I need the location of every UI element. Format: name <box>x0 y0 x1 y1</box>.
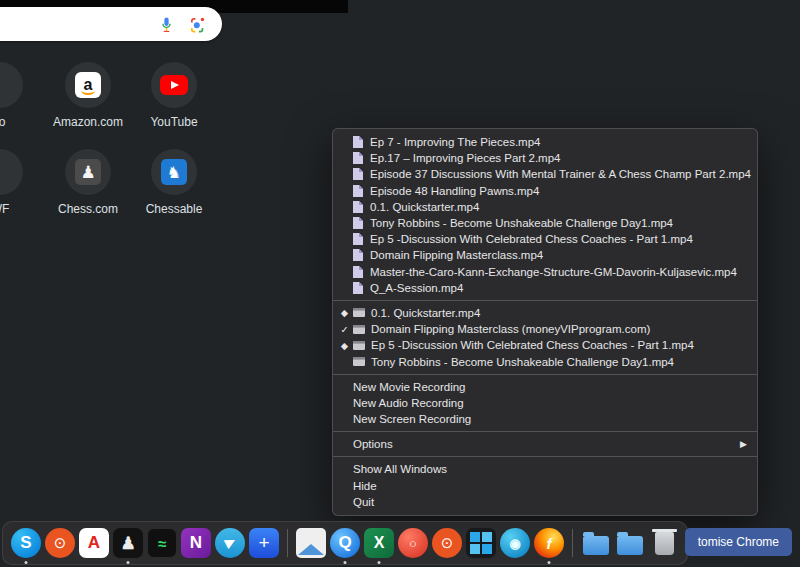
quicktime-icon[interactable]: Q <box>330 528 360 558</box>
dock-separator <box>572 529 573 557</box>
windows-icon[interactable] <box>466 528 496 558</box>
dock-separator <box>287 529 288 557</box>
firefox-icon[interactable]: f <box>534 528 564 558</box>
video-file-icon <box>353 152 363 164</box>
lens-icon[interactable] <box>189 16 206 33</box>
telegram-icon[interactable]: ▶ <box>215 528 245 558</box>
search-input[interactable] <box>0 7 222 41</box>
menu-separator <box>333 374 757 375</box>
menu-item-label: New Screen Recording <box>353 413 471 425</box>
audio-scope-icon[interactable]: ≈ <box>147 528 177 558</box>
menu-item-quit[interactable]: Quit <box>333 494 757 510</box>
menu-item-label: Master-the-Caro-Kann-Exchange-Structure-… <box>370 266 737 278</box>
shortcut-tile-chesscom[interactable]: ♟ Chess.com <box>44 149 132 216</box>
recent-file-item[interactable]: Tony Robbins - Become Unshakeable Challe… <box>333 215 757 231</box>
menu-item-label: New Audio Recording <box>353 397 464 409</box>
shortcut-tile-partial-1[interactable]: ro <box>0 62 44 129</box>
window-item[interactable]: Tony Robbins - Become Unshakeable Challe… <box>333 353 757 369</box>
shortcut-tile-partial-2[interactable]: WF <box>0 149 44 216</box>
video-file-icon <box>353 217 363 229</box>
shortcut-label: Amazon.com <box>53 115 123 129</box>
shortcut-tile-youtube[interactable]: YouTube <box>130 62 218 129</box>
menu-item-label: Domain Flipping Masterclass.mp4 <box>370 249 543 261</box>
shortcut-icon <box>0 62 23 108</box>
ubuntu2-icon[interactable]: ⊙ <box>432 528 462 558</box>
trash-icon[interactable] <box>649 528 679 558</box>
shortcut-icon <box>0 149 23 195</box>
red-circle-app-icon[interactable]: ○ <box>398 528 428 558</box>
folder-icon-2[interactable] <box>615 528 645 558</box>
menu-item-label: Episode 48 Handling Pawns.mp4 <box>370 185 539 197</box>
recent-file-item[interactable]: 0.1. Quickstarter.mp4 <box>333 199 757 215</box>
recent-file-item[interactable]: Ep 7 - Improving The Pieces.mp4 <box>333 134 757 150</box>
submenu-arrow-icon: ▶ <box>740 439 747 449</box>
window-icon <box>353 357 365 366</box>
recent-file-item[interactable]: Domain Flipping Masterclass.mp4 <box>333 247 757 263</box>
window-item[interactable]: ✓ Domain Flipping Masterclass (moneyVIPp… <box>333 321 757 337</box>
ubuntu-icon[interactable]: ⊙ <box>45 528 75 558</box>
recent-file-item[interactable]: Episode 37 Discussions With Mental Train… <box>333 166 757 182</box>
shortcut-label: YouTube <box>150 115 197 129</box>
recent-file-item[interactable]: Ep 5 -Discussion With Celebrated Chess C… <box>333 231 757 247</box>
menu-item-new-screen-recording[interactable]: New Screen Recording <box>333 411 757 427</box>
excel-icon[interactable]: X <box>364 528 394 558</box>
youtube-icon <box>160 75 188 95</box>
menu-item-label: Ep.17 – Improving Pieces Part 2.mp4 <box>370 152 561 164</box>
screenshot-preview-icon[interactable] <box>296 528 326 558</box>
shortcut-label: Chess.com <box>58 202 118 216</box>
window-item[interactable]: ◆ Ep 5 -Discussion With Celebrated Chess… <box>333 337 757 353</box>
folder-icon-1[interactable] <box>581 528 611 558</box>
shortcut-label: ro <box>0 115 5 129</box>
chess-app-icon[interactable]: ♟ <box>113 528 143 558</box>
quicktime-dock-menu: Ep 7 - Improving The Pieces.mp4 Ep.17 – … <box>332 128 758 516</box>
recent-file-item[interactable]: Ep.17 – Improving Pieces Part 2.mp4 <box>333 150 757 166</box>
media-player-icon[interactable]: ◉ <box>500 528 530 558</box>
menu-item-label: Tony Robbins - Become Unshakeable Challe… <box>370 217 673 229</box>
menu-item-label: Ep 5 -Discussion With Celebrated Chess C… <box>371 339 694 351</box>
window-icon <box>353 341 365 350</box>
acrobat-reader-icon[interactable]: A <box>79 528 109 558</box>
menu-item-label: Domain Flipping Masterclass (moneyVIPpro… <box>371 323 650 335</box>
video-file-icon <box>353 185 363 197</box>
minimized-marker: ◆ <box>338 305 351 321</box>
desktop: ro a Amazon.com YouTube WF ♟ Chess.com ♞ <box>0 0 800 567</box>
recent-file-item[interactable]: Q_A-Session.mp4 <box>333 280 757 296</box>
menu-item-new-movie-recording[interactable]: New Movie Recording <box>333 379 757 395</box>
menu-item-label: Tony Robbins - Become Unshakeable Challe… <box>371 356 674 368</box>
chesscom-icon: ♟ <box>75 159 101 185</box>
window-icon <box>353 308 365 317</box>
video-file-icon <box>353 266 363 278</box>
menu-separator <box>333 456 757 457</box>
chessable-icon: ♞ <box>161 159 187 185</box>
window-item[interactable]: ◆ 0.1. Quickstarter.mp4 <box>333 305 757 321</box>
video-file-icon <box>353 233 363 245</box>
shortcut-tile-chessable[interactable]: ♞ Chessable <box>130 149 218 216</box>
video-file-icon <box>353 136 363 148</box>
menu-separator <box>333 431 757 432</box>
skype-icon[interactable]: S <box>11 528 41 558</box>
app-add-icon[interactable]: + <box>249 528 279 558</box>
shortcut-tile-amazon[interactable]: a Amazon.com <box>44 62 132 129</box>
menu-item-label: Options <box>353 438 393 450</box>
recent-file-item[interactable]: Episode 48 Handling Pawns.mp4 <box>333 183 757 199</box>
menu-separator <box>333 300 757 301</box>
window-marker <box>338 353 351 369</box>
mic-icon[interactable] <box>158 16 175 33</box>
video-file-icon <box>353 168 363 180</box>
recent-file-item[interactable]: Master-the-Caro-Kann-Exchange-Structure-… <box>333 264 757 280</box>
onenote-icon[interactable]: N <box>181 528 211 558</box>
menu-item-hide[interactable]: Hide <box>333 478 757 494</box>
menu-item-show-all-windows[interactable]: Show All Windows <box>333 461 757 477</box>
menu-item-label: Ep 5 -Discussion With Celebrated Chess C… <box>370 233 693 245</box>
menu-item-label: Show All Windows <box>353 463 447 475</box>
customize-chrome-button[interactable]: tomise Chrome <box>685 528 792 556</box>
minimized-marker: ◆ <box>338 337 351 353</box>
video-file-icon <box>353 201 363 213</box>
menu-item-label: 0.1. Quickstarter.mp4 <box>371 307 480 319</box>
menu-item-label: Quit <box>353 496 374 508</box>
menu-item-label: Hide <box>353 480 377 492</box>
menu-item-options[interactable]: Options ▶ <box>333 436 757 452</box>
shortcut-label: Chessable <box>146 202 203 216</box>
menu-item-new-audio-recording[interactable]: New Audio Recording <box>333 395 757 411</box>
menu-item-label: Episode 37 Discussions With Mental Train… <box>370 168 751 180</box>
